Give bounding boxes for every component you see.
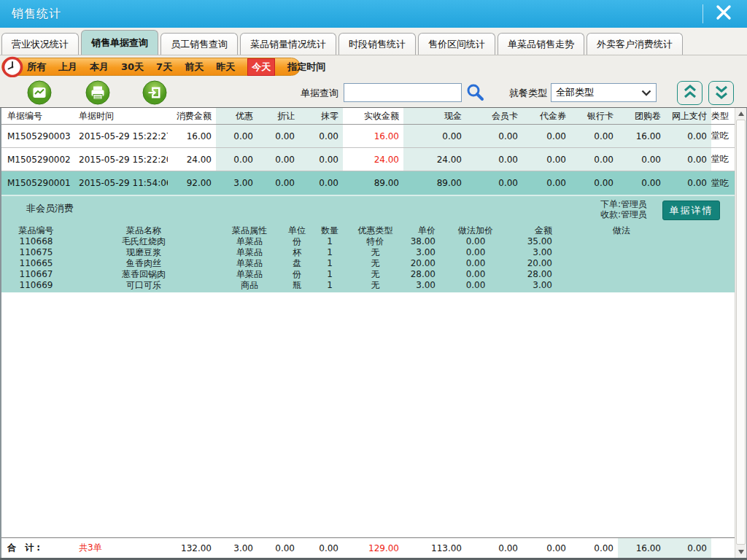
dish-qty: 1: [311, 269, 348, 280]
cell-online-pay: 0.00: [665, 148, 711, 171]
dish-method: [560, 280, 735, 291]
sum-voucher: 0.00: [522, 538, 570, 558]
dish-price: 28.00: [403, 269, 443, 280]
filter-custom-time[interactable]: 指定时间: [287, 61, 325, 74]
print-button[interactable]: [85, 80, 110, 105]
detail-order-by: 下单:管理员: [600, 199, 647, 209]
cell-type: 堂吃: [711, 125, 733, 147]
expand-all-button[interactable]: [708, 81, 734, 105]
tab-single-dish-trend[interactable]: 单菜品销售走势: [498, 33, 584, 55]
filter-all[interactable]: 所有: [27, 61, 46, 74]
double-chevron-down-icon: [714, 84, 729, 103]
table-row[interactable]: M1505290002 2015-05-29 15:22:20 24.00 0.…: [1, 148, 735, 171]
cell-discount: 0.00: [216, 148, 258, 171]
dish-discount-type: 无: [348, 247, 403, 258]
dish-total: 28.00: [508, 269, 560, 280]
col-header: 团购卷: [618, 108, 665, 124]
dish-discount-type: 特价: [348, 236, 403, 247]
detail-col-header: 菜品属性: [217, 225, 282, 236]
cell-voucher: 0.00: [522, 148, 570, 171]
meal-type-value: 全部类型: [556, 86, 594, 99]
dish-price: 38.00: [403, 236, 443, 247]
dish-unit: 份: [282, 269, 311, 280]
dish-code: 110667: [1, 269, 71, 280]
sum-amount: 132.00: [168, 538, 216, 558]
cell-amount: 24.00: [168, 148, 216, 171]
cell-member-card: 0.00: [466, 171, 522, 195]
cell-bank-card: 0.00: [570, 125, 618, 147]
tab-takeout-customer[interactable]: 外卖客户消费统计: [587, 33, 683, 55]
cell-member-card: 0.00: [466, 148, 522, 171]
col-header: 类型: [711, 108, 733, 124]
tab-time-period-sales[interactable]: 时段销售统计: [338, 33, 416, 55]
close-button[interactable]: [709, 3, 738, 25]
order-detail-button[interactable]: 单据详情: [662, 201, 720, 220]
sum-online-pay: 0.00: [665, 538, 711, 558]
title-bar: 销售统计: [0, 0, 747, 28]
export-button[interactable]: [142, 80, 167, 105]
col-header: 折让: [258, 108, 299, 124]
titlebar-divider: [703, 4, 703, 23]
col-header: 实收金额: [343, 108, 403, 124]
cell-allowance: 0.00: [258, 125, 299, 147]
dish-attr: 单菜品: [217, 236, 282, 247]
tab-sales-document-query[interactable]: 销售单据查询: [81, 30, 158, 55]
filter-last-month[interactable]: 上月: [58, 61, 77, 74]
dish-unit: 盘: [282, 258, 311, 269]
dish-extra: 0.00: [443, 280, 508, 291]
cell-type: 堂吃: [711, 148, 733, 171]
dish-total: 35.00: [508, 236, 560, 247]
summary-count: 共3单: [73, 538, 168, 558]
tab-business-status[interactable]: 营业状况统计: [1, 33, 79, 55]
cell-allowance: 0.00: [258, 148, 299, 171]
cell-online-pay: 0.00: [665, 171, 711, 195]
filter-day-before[interactable]: 前天: [185, 61, 204, 74]
cell-rounding: 0.00: [299, 148, 343, 171]
detail-staff-info: 下单:管理员 收款:管理员: [600, 199, 647, 219]
cell-allowance: 0.00: [258, 171, 299, 195]
filter-this-month[interactable]: 本月: [90, 61, 109, 74]
filter-today[interactable]: 今天: [247, 58, 275, 76]
chart-report-button[interactable]: [27, 80, 52, 105]
dish-name: 现磨豆浆: [71, 247, 217, 258]
filter-yesterday[interactable]: 昨天: [216, 61, 235, 74]
filter-7-days[interactable]: 7天: [156, 61, 172, 74]
dish-attr: 单菜品: [217, 269, 282, 280]
table-row-selected[interactable]: M1505290001 2015-05-29 11:54:06 92.00 3.…: [1, 171, 735, 195]
tab-label: 时段销售统计: [349, 38, 406, 51]
scroll-down-icon[interactable]: [738, 550, 744, 554]
col-header: 会员卡: [466, 108, 522, 124]
filter-30-days[interactable]: 30天: [121, 61, 144, 74]
dish-qty: 1: [311, 280, 348, 291]
dish-total: 3.00: [508, 280, 560, 291]
search-input[interactable]: [344, 83, 462, 102]
cell-voucher: 0.00: [522, 171, 570, 195]
tab-price-range[interactable]: 售价区间统计: [418, 33, 495, 55]
detail-row: 110669 可口可乐 商品 瓶 1 无 3.00 0.00 3.00: [1, 280, 735, 291]
tab-label: 员工销售查询: [171, 38, 228, 51]
scrollbar-thumb[interactable]: [736, 120, 746, 545]
vertical-scrollbar[interactable]: [735, 108, 746, 558]
detail-col-header: 单位: [282, 225, 311, 236]
table-row[interactable]: M1505290003 2015-05-29 15:22:27 16.00 0.…: [1, 125, 735, 148]
tab-employee-sales[interactable]: 员工销售查询: [160, 33, 238, 55]
search-icon[interactable]: [465, 82, 485, 106]
dish-unit: 瓶: [282, 280, 311, 291]
dish-price: 3.00: [403, 247, 443, 258]
cell-bank-card: 0.00: [570, 148, 618, 171]
cell-received: 24.00: [343, 148, 403, 171]
tab-strip: 营业状况统计 销售单据查询 员工销售查询 菜品销量情况统计 时段销售统计 售价区…: [0, 28, 747, 55]
cell-discount: 0.00: [216, 125, 258, 147]
tab-dish-sales-volume[interactable]: 菜品销量情况统计: [240, 33, 336, 55]
scroll-up-icon[interactable]: [738, 112, 744, 116]
col-header: 网上支付: [665, 108, 711, 124]
col-header: 单据时间: [73, 108, 168, 124]
cell-type: 堂吃: [711, 171, 733, 195]
cell-rounding: 0.00: [299, 125, 343, 147]
close-icon: [716, 4, 732, 23]
collapse-all-button[interactable]: [677, 81, 703, 105]
meal-type-select[interactable]: 全部类型: [551, 83, 657, 102]
cell-doc-time: 2015-05-29 15:22:20: [73, 148, 168, 171]
dish-extra: 0.00: [443, 236, 508, 247]
cell-cash: 24.00: [403, 148, 466, 171]
